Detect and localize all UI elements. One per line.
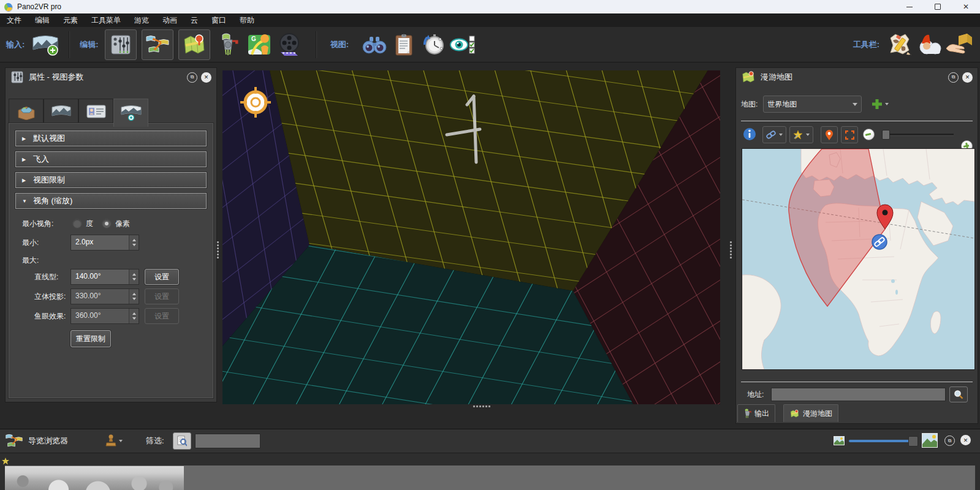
google-maps-button[interactable]: G: [245, 29, 274, 60]
spin-down-icon: [132, 278, 136, 281]
menu-window[interactable]: 窗口: [205, 13, 233, 27]
viewer-toggle-button[interactable]: [360, 29, 389, 60]
tour-map-panel-header: 漫游地图 ⧉ ✕: [736, 68, 978, 86]
section-view-limits[interactable]: ▶ 视图限制: [15, 172, 207, 188]
bottom-splitter[interactable]: [473, 405, 490, 407]
set-stereographic-button[interactable]: 设置: [145, 288, 179, 304]
close-button[interactable]: ✕: [952, 0, 980, 13]
tour-map-panel-button[interactable]: [178, 29, 210, 60]
zoom-out-button[interactable]: [863, 129, 875, 140]
fisheye-value[interactable]: 360.00°: [71, 309, 129, 323]
panorama-icon: [51, 104, 72, 119]
menu-tools[interactable]: 工具菜单: [85, 13, 127, 27]
small-thumbnails-icon[interactable]: [834, 436, 845, 445]
marker-style-button[interactable]: [789, 126, 813, 143]
rectilinear-value[interactable]: 140.00°: [71, 270, 129, 284]
close-panel-button[interactable]: ✕: [962, 72, 973, 83]
thumbnail-size-slider[interactable]: [849, 440, 917, 442]
cloud-upload-button[interactable]: [915, 29, 944, 60]
menu-elements[interactable]: 元素: [56, 13, 85, 27]
tab-viewing-parameters[interactable]: [113, 99, 148, 127]
visibility-list-button[interactable]: [448, 29, 477, 60]
section-fly-in[interactable]: ▶ 飞入: [15, 151, 207, 167]
spinner-buttons[interactable]: [129, 289, 139, 304]
right-splitter[interactable]: [730, 241, 732, 258]
map-select[interactable]: 世界地图: [763, 96, 862, 113]
min-fov-spinbox[interactable]: 2.0px: [70, 235, 139, 251]
unit-degrees-label[interactable]: 度: [86, 219, 93, 229]
menu-animation[interactable]: 动画: [156, 13, 184, 27]
expand-icon: [845, 130, 854, 140]
title-bar: Pano2VR pro ✕: [0, 0, 980, 13]
float-panel-button[interactable]: ⧉: [944, 435, 955, 446]
spinner-buttons[interactable]: [129, 235, 139, 250]
patch-tool-button[interactable]: [215, 29, 245, 60]
place-pin-button[interactable]: [821, 126, 838, 143]
fit-map-button[interactable]: [841, 126, 858, 143]
rectilinear-spinbox[interactable]: 140.00°: [70, 269, 139, 285]
panorama-viewer[interactable]: [222, 70, 720, 404]
large-thumbnails-icon[interactable]: [922, 433, 938, 448]
unit-pixels-label[interactable]: 像素: [115, 219, 130, 229]
info-button[interactable]: [743, 127, 756, 143]
tab-panorama-properties[interactable]: [44, 99, 78, 124]
thumbnail-size-slider-thumb[interactable]: [908, 436, 918, 447]
properties-panel-header: 属性 - 视图参数 ⧉ ✕: [6, 68, 216, 86]
minimize-button[interactable]: [895, 0, 924, 13]
menu-edit[interactable]: 编辑: [28, 13, 56, 27]
filter-type-button[interactable]: [173, 432, 191, 450]
float-panel-button[interactable]: ⧉: [948, 72, 959, 83]
mixer-icon: [10, 70, 24, 84]
link-hotspot-button[interactable]: [762, 126, 786, 143]
float-panel-button[interactable]: ⧉: [187, 72, 197, 83]
unit-pixels-radio[interactable]: [102, 219, 112, 228]
stereographic-spinbox[interactable]: 330.00°: [70, 288, 139, 304]
map-zoom-slider[interactable]: [886, 134, 954, 136]
fisheye-spinbox[interactable]: 360.00°: [70, 308, 139, 324]
link-badge[interactable]: [872, 235, 887, 249]
target-hotspot-icon[interactable]: [238, 85, 273, 119]
section-fov-zoom[interactable]: ▼ 视角 (缩放): [15, 193, 207, 209]
spinner-buttons[interactable]: [129, 270, 139, 284]
menu-cloud[interactable]: 云: [184, 13, 205, 27]
left-splitter[interactable]: [217, 241, 219, 258]
toolbar-separator: [316, 31, 317, 58]
tab-tour-map[interactable]: 漫游地图: [783, 404, 838, 422]
section-default-view[interactable]: ▶ 默认视图: [15, 130, 207, 146]
close-panel-button[interactable]: ✕: [201, 72, 211, 83]
menu-tour[interactable]: 游览: [127, 13, 156, 27]
tab-metadata[interactable]: [78, 99, 113, 124]
tab-output[interactable]: 输出: [737, 404, 775, 422]
spin-up-icon: [132, 293, 136, 295]
output-delivery-button[interactable]: [944, 29, 974, 60]
panorama-thumbnail[interactable]: [5, 466, 184, 490]
restore-button[interactable]: [924, 0, 952, 13]
stamp-filter-button[interactable]: [105, 434, 123, 448]
add-map-button[interactable]: [871, 98, 889, 110]
tour-editor-button[interactable]: [142, 29, 173, 60]
reset-limits-button[interactable]: 重置限制: [70, 330, 111, 347]
video-output-button[interactable]: [274, 29, 303, 60]
set-rectilinear-button[interactable]: 设置: [145, 269, 179, 285]
animation-timer-button[interactable]: [419, 29, 448, 60]
stereographic-value[interactable]: 330.00°: [71, 289, 129, 304]
add-panorama-button[interactable]: [31, 29, 60, 60]
skin-editor-button[interactable]: [886, 29, 915, 60]
project-info-button[interactable]: [389, 29, 419, 60]
tour-map[interactable]: [742, 148, 975, 370]
panorama-row[interactable]: [5, 466, 975, 490]
google-maps-icon: G: [247, 32, 272, 57]
properties-panel-button[interactable]: [105, 29, 137, 60]
menu-help[interactable]: 帮助: [233, 13, 261, 27]
geocode-search-button[interactable]: [949, 386, 968, 402]
set-fisheye-button[interactable]: 设置: [145, 308, 179, 324]
close-panel-button[interactable]: ✕: [960, 435, 971, 445]
min-fov-value[interactable]: 2.0px: [71, 235, 129, 250]
menu-file[interactable]: 文件: [0, 13, 28, 27]
spinner-buttons[interactable]: [129, 309, 139, 323]
map-zoom-slider-thumb[interactable]: [882, 130, 890, 140]
filter-input[interactable]: [195, 434, 260, 448]
unit-degrees-radio[interactable]: [72, 219, 82, 228]
tab-panoramas[interactable]: [9, 99, 44, 124]
address-input[interactable]: [771, 388, 946, 401]
